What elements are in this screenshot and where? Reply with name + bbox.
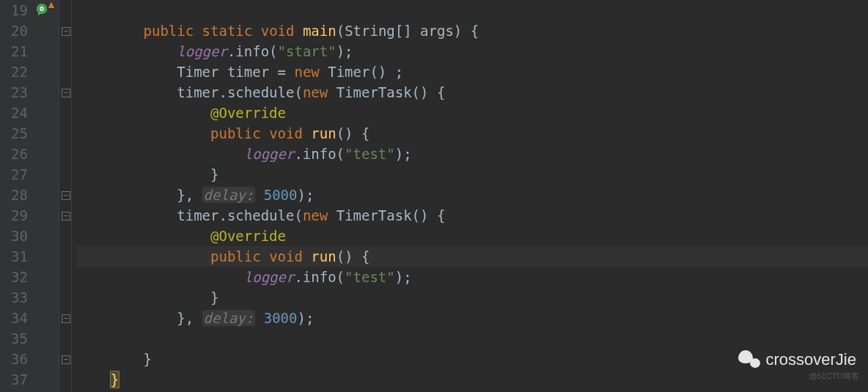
fold-toggle-icon[interactable] (62, 191, 70, 200)
line-number: 32 (0, 267, 28, 287)
code-line (76, 328, 868, 349)
code-editor[interactable]: 19 20 21 22 23 24 25 26 27 28 29 30 31 3… (0, 0, 868, 392)
line-number: 24 (0, 103, 28, 123)
code-line: } (76, 287, 868, 308)
line-number: 34 (0, 308, 28, 328)
code-line: logger.info("test"); (76, 267, 868, 287)
code-line: Timer timer = new Timer() ; (76, 62, 868, 82)
fold-column (59, 0, 72, 392)
fold-toggle-icon[interactable] (62, 355, 70, 364)
line-number: 36 (0, 349, 28, 369)
line-number: 23 (0, 82, 28, 103)
gutter-marker-column: o o (32, 0, 59, 392)
code-line: }, delay: 3000); (76, 308, 868, 328)
override-marker-icon[interactable]: o (37, 4, 47, 14)
code-line: logger.info("test"); (76, 144, 868, 164)
wechat-icon (738, 350, 760, 369)
line-number: 21 (0, 41, 28, 62)
fold-toggle-icon[interactable] (62, 89, 70, 97)
code-line: public void run() { (76, 123, 868, 144)
line-number: 37 (0, 369, 28, 390)
source-watermark: @51CTO博客 (809, 366, 859, 386)
line-number: 20 (0, 21, 28, 41)
line-number: 25 (0, 123, 28, 144)
fold-toggle-icon[interactable] (62, 314, 70, 323)
code-line: public static void main(String[] args) { (76, 21, 868, 41)
fold-toggle-icon[interactable] (62, 212, 70, 221)
code-line: @Override (76, 103, 868, 123)
line-number: 35 (0, 328, 28, 349)
inlay-hint: delay: (202, 310, 256, 326)
line-number: 29 (0, 205, 28, 226)
code-line: } (76, 369, 868, 390)
line-number: 30 (0, 226, 28, 246)
matching-brace: } (110, 371, 119, 388)
line-number: 27 (0, 164, 28, 185)
line-number: 28 (0, 185, 28, 205)
code-line: }, delay: 5000); (76, 185, 868, 205)
inlay-hint: delay: (202, 187, 256, 203)
line-number: 31 (0, 246, 28, 267)
code-line: timer.schedule(new TimerTask() { (76, 205, 868, 226)
line-number: 19 (0, 0, 28, 21)
fold-toggle-icon[interactable] (62, 27, 70, 36)
code-line: } (76, 164, 868, 185)
code-line: logger.info("start"); (76, 41, 868, 62)
line-number: 33 (0, 287, 28, 308)
line-number: 26 (0, 144, 28, 164)
up-arrow-icon (48, 2, 54, 8)
code-line (76, 0, 868, 21)
line-number: 22 (0, 62, 28, 82)
gutter: 19 20 21 22 23 24 25 26 27 28 29 30 31 3… (0, 0, 72, 392)
line-number-column: 19 20 21 22 23 24 25 26 27 28 29 30 31 3… (0, 0, 32, 392)
code-line: @Override (76, 226, 868, 246)
code-line: timer.schedule(new TimerTask() { (76, 82, 868, 103)
code-content[interactable]: public static void main(String[] args) {… (72, 0, 868, 392)
code-line: public void run() { (76, 246, 868, 267)
